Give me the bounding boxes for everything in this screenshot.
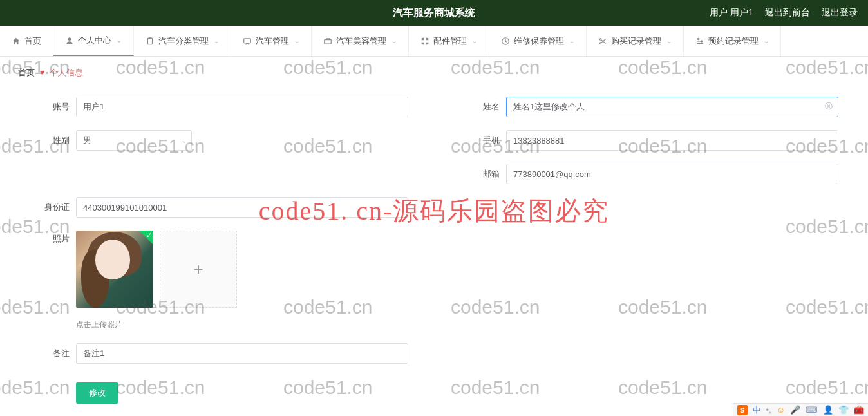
email-input[interactable] xyxy=(506,164,838,184)
ime-mode[interactable]: 中 xyxy=(753,404,761,416)
ime-skin-icon[interactable]: 👤 xyxy=(823,405,833,415)
svg-rect-1 xyxy=(148,38,153,44)
svg-point-13 xyxy=(699,43,700,44)
upload-hint: 点击上传照片 xyxy=(76,319,408,330)
nav-maintenance[interactable]: 维修保养管理 ⌄ xyxy=(489,26,587,56)
logout-link[interactable]: 退出登录 xyxy=(822,7,858,19)
plus-icon: + xyxy=(193,260,203,279)
nav-parts[interactable]: 配件管理 ⌄ xyxy=(409,26,489,56)
svg-point-9 xyxy=(599,38,601,39)
breadcrumb-current: 个人信息 xyxy=(50,68,83,77)
nav-label: 汽车分类管理 xyxy=(158,35,209,47)
nav-personal[interactable]: 个人中心 ⌄ xyxy=(53,26,134,56)
nav-purchase[interactable]: 购买记录管理 ⌄ xyxy=(587,26,684,56)
logout-front-link[interactable]: 退出到前台 xyxy=(765,7,810,19)
svg-point-10 xyxy=(599,42,601,43)
chevron-down-icon: ⌄ xyxy=(392,37,397,44)
chevron-down-icon: ⌄ xyxy=(214,37,219,44)
home-icon xyxy=(12,37,21,46)
svg-rect-6 xyxy=(422,42,424,44)
heart-icon: ♥ xyxy=(40,68,45,77)
photo-thumbnail[interactable] xyxy=(76,231,153,308)
ime-keyboard-icon[interactable]: ⌨ xyxy=(806,405,818,415)
grid-icon xyxy=(420,37,429,46)
chevron-down-icon: ⌄ xyxy=(294,37,299,44)
chevron-down-icon: ⌄ xyxy=(764,37,769,44)
nav-label: 首页 xyxy=(24,35,41,47)
chevron-down-icon: ⌄ xyxy=(472,37,477,44)
idcard-input[interactable] xyxy=(76,197,408,218)
app-title: 汽车服务商城系统 xyxy=(393,6,475,20)
breadcrumb: 首页 ♥ 个人信息 xyxy=(0,57,868,85)
check-icon xyxy=(139,231,153,245)
top-header: 汽车服务商城系统 用户 用户1 退出到前台 退出登录 xyxy=(0,0,868,26)
phone-input[interactable] xyxy=(506,130,838,151)
sliders-icon xyxy=(695,37,704,46)
account-label: 账号 xyxy=(30,101,70,113)
ime-mic-icon[interactable]: 🎤 xyxy=(790,405,800,415)
nav-label: 购买记录管理 xyxy=(611,35,661,47)
svg-rect-3 xyxy=(325,39,332,43)
photo-label: 照片 xyxy=(30,231,70,245)
phone-label: 手机 xyxy=(460,135,500,146)
user-label[interactable]: 用户 用户1 xyxy=(710,7,753,19)
sogou-icon: S xyxy=(737,405,748,415)
nav-home[interactable]: 首页 xyxy=(0,26,53,56)
ime-toolbox-icon[interactable]: 🧰 xyxy=(854,405,864,415)
gender-label: 性别 xyxy=(30,135,70,146)
submit-button[interactable]: 修改 xyxy=(76,382,118,404)
nav-menu: 首页 个人中心 ⌄ 汽车分类管理 ⌄ 汽车管理 ⌄ 汽车美容管理 ⌄ 配件管理 … xyxy=(0,26,868,57)
chat-icon xyxy=(243,37,252,46)
name-input[interactable] xyxy=(506,97,838,117)
briefcase-icon xyxy=(323,37,332,46)
nav-label: 预约记录管理 xyxy=(708,35,759,47)
nav-car[interactable]: 汽车管理 ⌄ xyxy=(231,26,312,56)
nav-label: 个人中心 xyxy=(78,35,111,46)
photo-add-button[interactable]: + xyxy=(160,231,237,308)
nav-car-category[interactable]: 汽车分类管理 ⌄ xyxy=(134,26,231,56)
svg-point-0 xyxy=(68,37,71,41)
clock-icon xyxy=(501,37,510,46)
nav-reservation[interactable]: 预约记录管理 ⌄ xyxy=(684,26,781,56)
ime-punct-icon[interactable]: •, xyxy=(766,405,771,415)
nav-beauty[interactable]: 汽车美容管理 ⌄ xyxy=(312,26,409,56)
gender-select[interactable] xyxy=(76,130,192,151)
nav-label: 维修保养管理 xyxy=(514,35,564,47)
svg-rect-4 xyxy=(422,37,424,40)
svg-point-12 xyxy=(701,40,702,41)
user-actions: 用户 用户1 退出到前台 退出登录 xyxy=(710,7,858,19)
clear-icon[interactable] xyxy=(824,102,833,113)
chevron-down-icon: ⌄ xyxy=(117,37,122,44)
user-icon xyxy=(65,36,74,45)
chevron-down-icon: ⌄ xyxy=(666,37,672,44)
chevron-down-icon: ⌄ xyxy=(569,37,574,44)
ime-emoji-icon[interactable]: ☺ xyxy=(777,405,785,415)
nav-label: 汽车管理 xyxy=(256,35,289,47)
name-label: 姓名 xyxy=(460,101,500,113)
breadcrumb-home[interactable]: 首页 xyxy=(18,68,35,77)
scissors-icon xyxy=(598,37,607,46)
clipboard-icon xyxy=(146,37,155,46)
ime-toolbar[interactable]: S 中 •, ☺ 🎤 ⌨ 👤 👕 🧰 xyxy=(733,403,868,416)
nav-label: 汽车美容管理 xyxy=(336,35,386,47)
form-panel: 账号 姓名 性别 ⌄ 手机 xyxy=(10,85,858,416)
svg-rect-2 xyxy=(244,38,251,43)
remark-input[interactable] xyxy=(76,343,408,364)
svg-rect-7 xyxy=(426,42,429,44)
svg-point-11 xyxy=(698,38,699,39)
account-input[interactable] xyxy=(76,97,408,117)
svg-rect-5 xyxy=(426,37,429,40)
idcard-label: 身份证 xyxy=(30,202,70,213)
nav-label: 配件管理 xyxy=(433,35,467,47)
email-label: 邮箱 xyxy=(460,168,500,180)
ime-tshirt-icon[interactable]: 👕 xyxy=(838,405,849,415)
remark-label: 备注 xyxy=(30,348,70,359)
